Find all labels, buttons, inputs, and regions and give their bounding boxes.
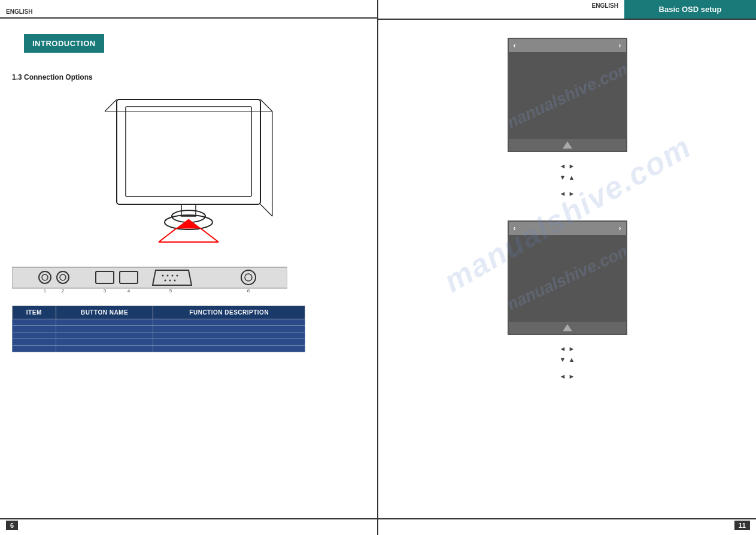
table-cell bbox=[56, 326, 153, 333]
table-cell bbox=[153, 333, 305, 339]
basic-osd-header: Basic OSD setup bbox=[624, 0, 756, 19]
table-cell bbox=[13, 346, 56, 352]
osd1-nav-arrows: ◄ ► ▼ ▲ ◄ ► bbox=[560, 161, 575, 200]
osd2-nav-row2: ▼ ▲ bbox=[560, 355, 575, 365]
osd-watermark-1: manualshive.com bbox=[509, 57, 626, 134]
osd-top-bar-1: ‹ › bbox=[509, 39, 626, 52]
svg-marker-10 bbox=[177, 219, 201, 228]
osd2-nav-left2-icon: ◄ bbox=[560, 371, 566, 382]
osd-body-1: manualshive.com bbox=[509, 52, 626, 139]
svg-rect-0 bbox=[117, 99, 260, 204]
osd2-nav-right2-icon: ► bbox=[569, 371, 575, 382]
osd-right-arrow-1: › bbox=[619, 41, 621, 50]
table-row bbox=[13, 346, 305, 352]
left-panel: ENGLISH INTRODUCTION 1.3 Connection Opti… bbox=[0, 0, 378, 535]
svg-line-2 bbox=[105, 99, 117, 111]
osd-box-1: ‹ › manualshive.com bbox=[508, 38, 627, 152]
table-header-button: BUTTON NAME bbox=[56, 306, 153, 319]
osd-body-2: manualshive.com bbox=[509, 235, 626, 322]
osd2-nav-row1: ◄ ► bbox=[560, 344, 575, 355]
svg-text:2: 2 bbox=[62, 288, 65, 294]
connection-table: ITEM BUTTON NAME FUNCTION DESCRIPTION bbox=[12, 306, 305, 352]
svg-rect-1 bbox=[126, 107, 251, 197]
table-cell bbox=[13, 339, 56, 346]
ports-bar: 1 2 3 4 5 6 bbox=[12, 261, 365, 296]
svg-text:4: 4 bbox=[127, 288, 130, 294]
monitor-diagram bbox=[87, 87, 290, 255]
osd-left-arrow-1: ‹ bbox=[514, 41, 516, 50]
table-cell bbox=[153, 319, 305, 326]
svg-point-22 bbox=[162, 275, 164, 277]
osd2-nav-left-icon: ◄ bbox=[560, 344, 566, 355]
svg-text:1: 1 bbox=[44, 288, 47, 294]
connection-title: 1.3 Connection Options bbox=[12, 73, 365, 81]
svg-point-28 bbox=[174, 280, 176, 282]
osd2-nav-row3: ◄ ► bbox=[560, 371, 575, 382]
osd1-nav-row1: ◄ ► bbox=[560, 161, 575, 172]
osd-bottom-bar-1 bbox=[509, 139, 626, 151]
right-header-row: ENGLISH Basic OSD setup bbox=[378, 0, 756, 20]
osd1-nav-up-icon: ▲ bbox=[569, 173, 575, 183]
table-cell bbox=[153, 326, 305, 333]
svg-point-27 bbox=[169, 280, 171, 282]
svg-line-3 bbox=[260, 99, 272, 111]
table-cell bbox=[153, 346, 305, 352]
monitor-svg bbox=[87, 87, 290, 255]
right-english-label: ENGLISH bbox=[378, 0, 624, 19]
osd-section-2: ‹ › manualshive.com ◄ ► ▼ ▲ bbox=[396, 214, 738, 385]
left-english-label: ENGLISH bbox=[0, 6, 38, 17]
ports-svg: 1 2 3 4 5 6 bbox=[12, 261, 287, 294]
table-cell bbox=[13, 326, 56, 333]
table-row bbox=[13, 333, 305, 339]
osd1-nav-right2-icon: ► bbox=[569, 189, 575, 200]
osd1-nav-right-icon: ► bbox=[569, 161, 575, 172]
osd2-nav-up-icon: ▲ bbox=[569, 355, 575, 365]
svg-point-23 bbox=[167, 275, 169, 277]
table-header-function: FUNCTION DESCRIPTION bbox=[153, 306, 305, 319]
osd1-nav-row3: ◄ ► bbox=[560, 189, 575, 200]
intro-header: INTRODUCTION bbox=[24, 34, 104, 53]
table-row bbox=[13, 339, 305, 346]
osd-section-1: ‹ › manualshive.com ◄ ► ▼ ▲ bbox=[396, 32, 738, 202]
osd-watermark-2: manualshive.com bbox=[509, 240, 626, 316]
table-cell bbox=[13, 333, 56, 339]
svg-line-12 bbox=[201, 228, 218, 242]
osd1-nav-down-icon: ▼ bbox=[560, 173, 566, 183]
table-row bbox=[13, 319, 305, 326]
osd2-nav-arrows: ◄ ► ▼ ▲ ◄ ► bbox=[560, 343, 575, 383]
svg-text:5: 5 bbox=[169, 288, 172, 294]
table-cell bbox=[56, 346, 153, 352]
page-num-box-left: 6 bbox=[6, 521, 18, 530]
right-panel: ENGLISH Basic OSD setup ‹ › manualshive.… bbox=[378, 0, 756, 535]
svg-point-26 bbox=[165, 280, 166, 282]
svg-text:6: 6 bbox=[247, 288, 250, 294]
svg-text:3: 3 bbox=[104, 288, 107, 294]
table-cell bbox=[56, 319, 153, 326]
page-num-box-right: 11 bbox=[734, 521, 750, 530]
page-number-right: 11 bbox=[378, 518, 756, 529]
osd-top-bar-2: ‹ › bbox=[509, 222, 626, 235]
osd1-nav-left2-icon: ◄ bbox=[560, 189, 566, 200]
svg-line-11 bbox=[159, 228, 177, 242]
table-cell bbox=[13, 319, 56, 326]
table-cell bbox=[56, 339, 153, 346]
table-cell bbox=[153, 339, 305, 346]
osd-left-arrow-2: ‹ bbox=[514, 224, 516, 232]
table-cell bbox=[56, 333, 153, 339]
osd-triangle-2 bbox=[563, 324, 572, 331]
osd-box-2: ‹ › manualshive.com bbox=[508, 220, 627, 335]
table-header-item: ITEM bbox=[13, 306, 56, 319]
svg-point-24 bbox=[172, 275, 174, 277]
right-content: ‹ › manualshive.com ◄ ► ▼ ▲ bbox=[378, 20, 756, 407]
left-header-row: ENGLISH bbox=[0, 6, 377, 19]
osd2-nav-right-icon: ► bbox=[569, 344, 575, 355]
osd2-nav-down-icon: ▼ bbox=[560, 355, 566, 365]
table-row bbox=[13, 326, 305, 333]
osd-bottom-bar-2 bbox=[509, 322, 626, 334]
osd-triangle-1 bbox=[563, 141, 572, 149]
osd-right-arrow-2: › bbox=[619, 224, 621, 232]
page-number-left: 6 bbox=[0, 518, 377, 529]
svg-point-25 bbox=[177, 275, 178, 277]
svg-line-4 bbox=[260, 204, 272, 216]
osd1-nav-left-icon: ◄ bbox=[560, 161, 566, 172]
